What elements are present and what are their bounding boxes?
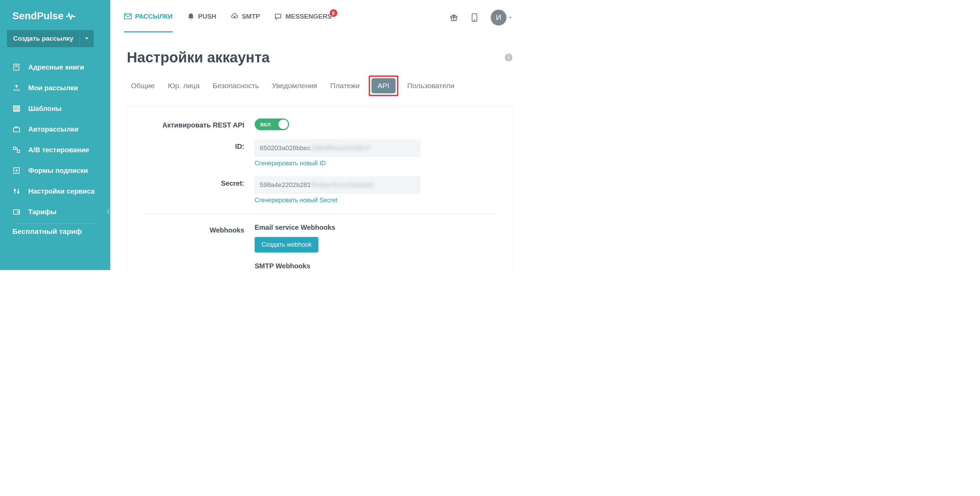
topnav-smtp[interactable]: SMTP bbox=[231, 13, 260, 32]
account-menu[interactable]: И bbox=[491, 10, 512, 25]
sidebar-item-service-settings[interactable]: Настройки сервиса bbox=[0, 181, 110, 202]
settings-tabs: Общие Юр. лица Безопасность Уведомления … bbox=[127, 75, 513, 96]
tab-api[interactable]: API bbox=[371, 78, 396, 93]
svg-rect-6 bbox=[17, 109, 19, 111]
svg-rect-17 bbox=[13, 210, 20, 214]
topnav-label: PUSH bbox=[198, 13, 216, 20]
sliders-icon bbox=[13, 187, 21, 195]
create-campaign-button[interactable]: Создать рассылку bbox=[7, 30, 80, 47]
sidebar-item-label: Авторассылки bbox=[28, 126, 79, 133]
svg-rect-26 bbox=[508, 57, 509, 60]
svg-rect-5 bbox=[14, 109, 16, 111]
sidebar-item-templates[interactable]: Шаблоны bbox=[0, 98, 110, 119]
cloud-icon bbox=[231, 13, 239, 20]
sidebar-item-label: Адресные книги bbox=[28, 64, 84, 71]
sidebar-item-label: Формы подписки bbox=[28, 167, 88, 175]
sidebar-item-label: Шаблоны bbox=[28, 105, 62, 113]
brand-logo[interactable]: SendPulse bbox=[0, 3, 110, 30]
beta-badge: β bbox=[330, 9, 337, 17]
svg-point-15 bbox=[14, 189, 16, 191]
api-secret-value[interactable]: 598a4e2202b281f9d4ea7b12c05e8a91 bbox=[255, 177, 420, 193]
api-secret-label: Secret: bbox=[141, 177, 244, 188]
sidebar-item-label: Настройки сервиса bbox=[28, 188, 95, 195]
email-webhooks-heading: Email service Webhooks bbox=[255, 224, 420, 232]
sidebar-item-label: A/B тестирование bbox=[28, 146, 89, 154]
sidebar-item-ab-testing[interactable]: A/B тестирование bbox=[0, 140, 110, 160]
svg-rect-9 bbox=[17, 150, 20, 153]
topnav-label: SMTP bbox=[242, 13, 260, 20]
divider bbox=[13, 224, 98, 224]
smtp-webhooks-heading: SMTP Webhooks bbox=[255, 262, 420, 270]
sidebar-item-label: Тарифы bbox=[28, 208, 57, 216]
toggle-on-label: ВКЛ bbox=[260, 122, 271, 127]
tab-api-highlight: API bbox=[369, 75, 398, 96]
sidebar-item-automation[interactable]: Авторассылки bbox=[0, 119, 110, 140]
form-icon bbox=[13, 166, 21, 175]
automation-icon bbox=[13, 125, 21, 133]
sidebar-collapse-icon[interactable] bbox=[107, 209, 111, 215]
tab-notifications[interactable]: Уведомления bbox=[268, 78, 321, 93]
pulse-icon bbox=[65, 13, 76, 20]
tab-security[interactable]: Безопасность bbox=[208, 78, 263, 93]
svg-point-16 bbox=[18, 191, 19, 193]
sidebar-plan-label: Бесплатный тариф bbox=[0, 225, 110, 235]
regenerate-secret-link[interactable]: Сгенерировать новый Secret bbox=[255, 197, 337, 204]
topnav-label: MESSENGERS bbox=[285, 13, 331, 20]
tab-legal[interactable]: Юр. лица bbox=[164, 78, 204, 93]
topnav-push[interactable]: PUSH bbox=[187, 13, 216, 32]
topnav-campaigns[interactable]: РАССЫЛКИ bbox=[124, 13, 173, 32]
create-webhook-button[interactable]: Создать webhook bbox=[255, 237, 318, 253]
create-campaign-dropdown[interactable] bbox=[80, 30, 94, 47]
book-icon bbox=[13, 63, 21, 71]
webhooks-label: Webhooks bbox=[141, 224, 244, 234]
upload-icon bbox=[13, 84, 21, 92]
activate-api-toggle[interactable]: ВКЛ bbox=[255, 119, 289, 130]
tab-payments[interactable]: Платежи bbox=[326, 78, 364, 93]
brand-name: SendPulse bbox=[13, 10, 64, 22]
ab-icon bbox=[13, 146, 21, 154]
chat-icon bbox=[274, 13, 282, 20]
template-icon bbox=[13, 104, 21, 113]
sidebar-item-my-campaigns[interactable]: Мои рассылки bbox=[0, 78, 110, 98]
sidebar-item-subscription-forms[interactable]: Формы подписки bbox=[0, 160, 110, 181]
info-icon[interactable] bbox=[504, 53, 513, 62]
sidebar: SendPulse Создать рассылку Адресные книг… bbox=[0, 0, 110, 270]
topnav-label: РАССЫЛКИ bbox=[135, 13, 173, 20]
toggle-knob bbox=[278, 119, 288, 129]
svg-rect-18 bbox=[18, 211, 20, 213]
mail-icon bbox=[124, 13, 132, 20]
svg-rect-8 bbox=[13, 147, 16, 149]
svg-point-24 bbox=[474, 20, 475, 20]
topnav-messengers[interactable]: MESSENGERS β bbox=[274, 13, 331, 32]
top-nav: РАССЫЛКИ PUSH SMTP MESSENGERS β И bbox=[110, 0, 529, 35]
sidebar-item-tariffs[interactable]: Тарифы bbox=[0, 202, 110, 222]
page-title: Настройки аккаунта bbox=[127, 49, 270, 66]
api-id-label: ID: bbox=[141, 140, 244, 151]
regenerate-id-link[interactable]: Сгенерировать новый ID bbox=[255, 160, 326, 167]
chevron-down-icon bbox=[509, 16, 512, 19]
svg-point-27 bbox=[508, 56, 509, 57]
activate-api-label: Активировать REST API bbox=[141, 119, 244, 129]
api-settings-card: Активировать REST API ВКЛ ID: 650203a028… bbox=[127, 107, 513, 270]
divider bbox=[141, 213, 499, 214]
avatar: И bbox=[491, 10, 506, 25]
svg-rect-19 bbox=[124, 14, 131, 19]
tab-general[interactable]: Общие bbox=[127, 78, 159, 93]
svg-rect-7 bbox=[13, 128, 20, 132]
api-id-value[interactable]: 650203a028bbec1f983ff9ace3c636cf7 bbox=[255, 140, 420, 156]
bell-icon bbox=[187, 13, 195, 20]
gift-icon[interactable] bbox=[449, 13, 458, 22]
mobile-icon[interactable] bbox=[470, 13, 479, 22]
svg-rect-4 bbox=[14, 107, 19, 108]
sidebar-item-label: Мои рассылки bbox=[28, 84, 78, 92]
wallet-icon bbox=[13, 208, 21, 216]
sidebar-item-address-books[interactable]: Адресные книги bbox=[0, 57, 110, 78]
tab-users[interactable]: Пользователи bbox=[403, 78, 459, 93]
